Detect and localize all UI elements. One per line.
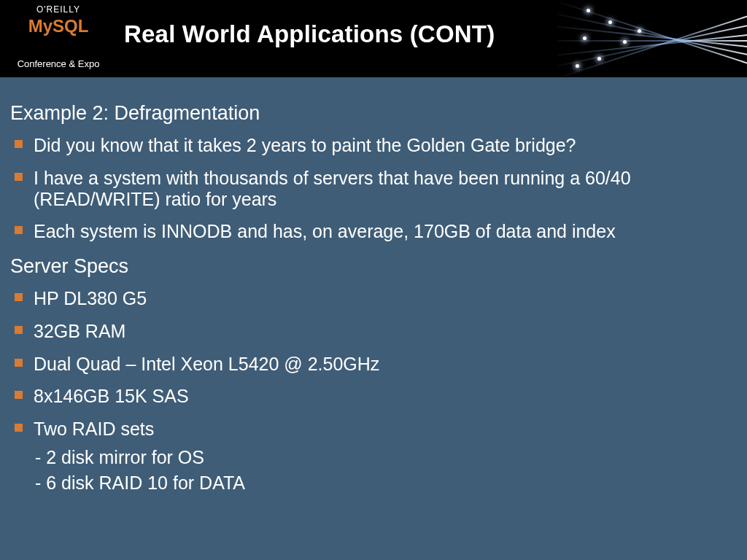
bullet-item: Two RAID sets	[10, 419, 737, 440]
slide-body: Example 2: Defragmentation Did you know …	[0, 77, 747, 493]
bullet-item: Did you know that it takes 2 years to pa…	[10, 135, 737, 156]
slide-title: Real World Applications (CONT)	[124, 20, 495, 48]
fiber-optic-graphic	[557, 0, 747, 77]
bullet-item: Each system is INNODB and has, on averag…	[10, 221, 737, 242]
sub-bullet-line: - 2 disk mirror for OS	[35, 447, 737, 468]
brand-top-text: O'REILLY	[7, 4, 109, 15]
brand-logo: O'REILLY MySQL	[7, 4, 109, 36]
bullet-item: 32GB RAM	[10, 321, 737, 342]
bullet-item: 8x146GB 15K SAS	[10, 386, 737, 407]
bullet-list-serverspecs: HP DL380 G5 32GB RAM Dual Quad – Intel X…	[10, 288, 737, 440]
bullet-list-example2: Did you know that it takes 2 years to pa…	[10, 135, 737, 242]
brand-sub-text: Conference & Expo	[7, 55, 109, 74]
brand-main-text: MySQL	[7, 16, 109, 36]
bullet-item: HP DL380 G5	[10, 288, 737, 309]
bullet-item: Dual Quad – Intel Xeon L5420 @ 2.50GHz	[10, 354, 737, 375]
bullet-item: I have a system with thousands of server…	[10, 168, 737, 210]
section-heading-example2: Example 2: Defragmentation	[10, 102, 737, 125]
sub-bullet-line: - 6 disk RAID 10 for DATA	[35, 472, 737, 494]
slide-header: O'REILLY MySQL Conference & Expo Real Wo…	[0, 0, 747, 77]
section-heading-serverspecs: Server Specs	[10, 255, 737, 278]
